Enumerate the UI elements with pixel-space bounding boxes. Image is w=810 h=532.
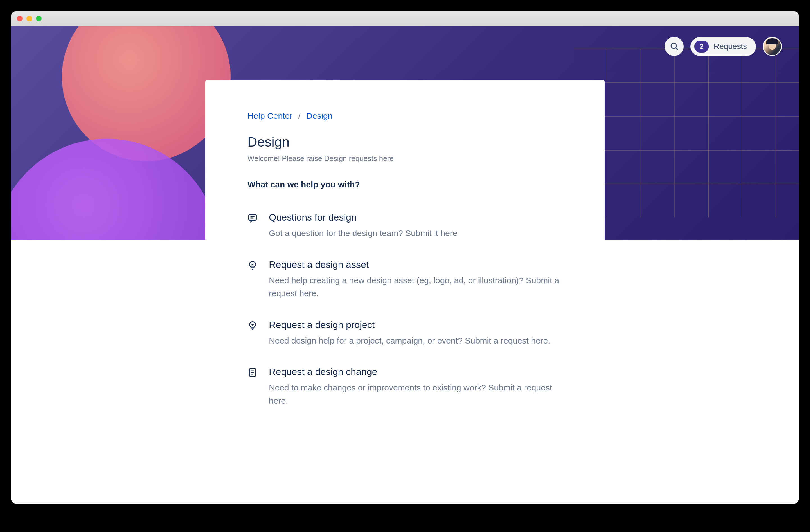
request-item-change[interactable]: Request a design change Need to make cha…	[247, 366, 563, 407]
svg-point-0	[671, 43, 677, 48]
search-button[interactable]	[665, 37, 684, 56]
app-window: 2 Requests Help Center / Design Design W…	[11, 11, 799, 504]
request-content: Questions for design Got a question for …	[269, 212, 563, 240]
request-description: Need design help for a project, campaign…	[269, 334, 563, 348]
request-item-questions[interactable]: Questions for design Got a question for …	[247, 212, 563, 240]
breadcrumb-separator: /	[298, 111, 301, 120]
chat-icon	[247, 213, 258, 223]
page-subtitle: Welcome! Please raise Design requests he…	[247, 154, 563, 163]
topbar: 2 Requests	[665, 37, 782, 56]
request-description: Got a question for the design team? Subm…	[269, 227, 563, 240]
requests-button[interactable]: 2 Requests	[691, 37, 756, 56]
request-list: Questions for design Got a question for …	[247, 212, 563, 407]
page-title: Design	[247, 134, 563, 150]
request-content: Request a design asset Need help creatin…	[269, 259, 563, 300]
close-window-button[interactable]	[17, 16, 22, 21]
request-item-project[interactable]: Request a design project Need design hel…	[247, 319, 563, 348]
decorative-circle	[11, 139, 220, 240]
requests-label: Requests	[714, 42, 747, 51]
svg-line-1	[676, 48, 678, 49]
request-item-asset[interactable]: Request a design asset Need help creatin…	[247, 259, 563, 300]
minimize-window-button[interactable]	[27, 16, 32, 21]
main-card: Help Center / Design Design Welcome! Ple…	[205, 80, 605, 464]
section-heading: What can we help you with?	[247, 180, 563, 189]
request-title: Request a design project	[269, 319, 563, 330]
request-title: Questions for design	[269, 212, 563, 223]
request-description: Need to make changes or improvements to …	[269, 381, 563, 407]
requests-count-badge: 2	[694, 41, 709, 53]
content-area: 2 Requests Help Center / Design Design W…	[11, 26, 799, 504]
lightbulb-icon	[247, 320, 258, 331]
breadcrumb-root-link[interactable]: Help Center	[247, 111, 292, 120]
request-content: Request a design project Need design hel…	[269, 319, 563, 348]
request-title: Request a design asset	[269, 259, 563, 270]
request-title: Request a design change	[269, 366, 563, 377]
svg-rect-2	[249, 215, 257, 220]
search-icon	[670, 42, 679, 51]
breadcrumb: Help Center / Design	[247, 111, 563, 121]
lightbulb-icon	[247, 260, 258, 270]
document-icon	[247, 367, 258, 377]
breadcrumb-current-link[interactable]: Design	[306, 111, 333, 120]
avatar[interactable]	[763, 37, 782, 56]
request-description: Need help creating a new design asset (e…	[269, 274, 563, 300]
request-content: Request a design change Need to make cha…	[269, 366, 563, 407]
maximize-window-button[interactable]	[36, 16, 42, 21]
decorative-grid	[574, 49, 799, 217]
titlebar	[11, 11, 799, 26]
